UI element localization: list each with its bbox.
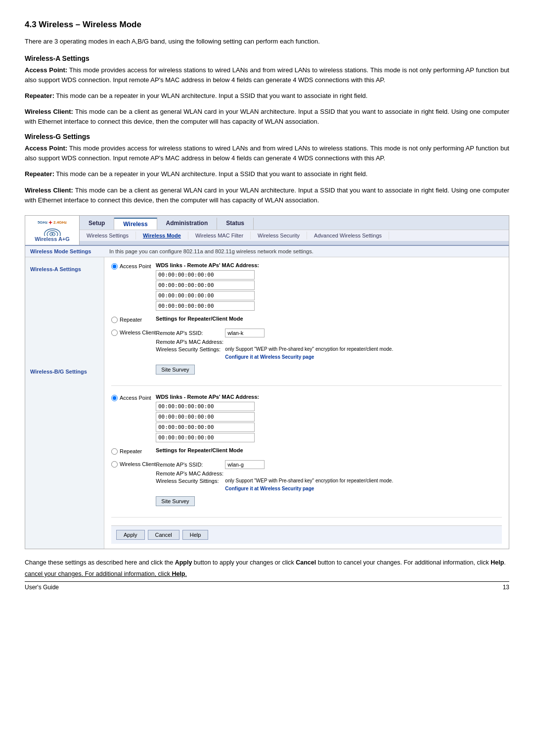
- ap-radio-row-a: Access Point WDS links - Remote APs' MAC…: [111, 262, 502, 312]
- wireless-g-section: Wireless-G Settings Access Point: This m…: [25, 133, 509, 205]
- g-ap-label: Access Point:: [25, 144, 67, 152]
- site-survey-btn-a[interactable]: Site Survey: [156, 365, 194, 375]
- apply-button[interactable]: Apply: [116, 530, 145, 540]
- repeater-radio-label-a[interactable]: Repeater: [111, 317, 156, 323]
- security-note2-a: Configure it at Wireless Security page: [225, 354, 502, 361]
- nav-tabs-container: Setup Wireless Administration Status Wir…: [80, 216, 509, 245]
- repeater-radio-label-bg[interactable]: Repeater: [111, 448, 156, 455]
- router-ui: 5GHz + 2.4GHz Wireless A+G Setup Wireles…: [25, 215, 509, 549]
- svg-point-3: [51, 233, 53, 235]
- g-client-label: Wireless Client:: [25, 187, 73, 194]
- wireless-a-heading: Wireless-A Settings: [25, 54, 509, 62]
- footer-left: User's Guide: [25, 584, 59, 591]
- security-row-bg: Wireless Security Sittings: only Support…: [156, 478, 502, 484]
- wireless-a-repeater-text: Repeater: This mode can be a repeater in…: [25, 91, 509, 101]
- ssid-row-a: Remote AP's SSID:: [156, 329, 502, 337]
- mac-input-a-4[interactable]: [156, 301, 255, 311]
- security-note2-bg: Configure it at Wireless Security page: [225, 485, 502, 492]
- ap-radio-label-bg[interactable]: Access Point: [111, 395, 156, 401]
- repeater-section-title-bg: Settings for Repeater/Client Mode: [156, 447, 502, 453]
- logo-plus-icon: +: [48, 219, 52, 226]
- router-brand: Wireless A+G: [35, 236, 70, 242]
- repeater-radio-text-bg: Repeater: [120, 448, 142, 454]
- page-footer: User's Guide 13: [25, 581, 509, 591]
- nav-sub: Wireless Settings Wireless Mode Wireless…: [80, 230, 509, 241]
- mac-label-row-bg: Remote AP's MAC Address:: [156, 471, 502, 476]
- client-radio-label-bg[interactable]: Wireless Client: [111, 461, 156, 468]
- mac-addr-label-bg: Remote AP's MAC Address:: [156, 471, 225, 476]
- client-radio-text-a: Wireless Client: [120, 330, 156, 335]
- sidebar-label-bg: Wireless-B/G Settings: [30, 369, 87, 375]
- wds-title-a: WDS links - Remote APs' MAC Address:: [156, 262, 502, 268]
- wireless-g-heading: Wireless-G Settings: [25, 133, 509, 141]
- site-survey-btn-bg[interactable]: Site Survey: [156, 496, 194, 506]
- sidebar: Wireless-A Settings Wireless-B/G Setting…: [25, 257, 104, 549]
- ap-content-bg: WDS links - Remote APs' MAC Address:: [156, 394, 502, 443]
- wireless-g-repeater-text: Repeater: This mode can be a repeater in…: [25, 169, 509, 179]
- ap-radio-label-a[interactable]: Access Point: [111, 263, 156, 270]
- sub-mac-filter[interactable]: Wireless MAC Filter: [188, 232, 251, 239]
- repeater-radio-input-bg[interactable]: [111, 448, 118, 455]
- bottom-note: Change these settings as described here …: [25, 558, 509, 567]
- page-label-desc: In this page you can configure 802.11a a…: [109, 248, 313, 254]
- client-radio-text-bg: Wireless Client: [120, 461, 156, 467]
- client-radio-input-a[interactable]: [111, 330, 118, 336]
- repeater-radio-row-a: Repeater Settings for Repeater/Client Mo…: [111, 316, 502, 325]
- sub-wireless-mode[interactable]: Wireless Mode: [136, 232, 188, 239]
- ap-radio-input-bg[interactable]: [111, 395, 118, 401]
- sub-wireless-security[interactable]: Wireless Security: [251, 232, 307, 239]
- mac-input-bg-1[interactable]: [156, 402, 255, 411]
- logo-5ghz: 5GHz: [38, 220, 47, 225]
- sub-advanced-wireless[interactable]: Advanced Wireless Settings: [307, 232, 389, 239]
- help-button[interactable]: Help: [182, 530, 209, 540]
- mac-input-bg-3[interactable]: [156, 423, 255, 432]
- wireless-logo-icon: [44, 226, 61, 236]
- client-radio-row-bg: Wireless Client Remote AP's SSID: Remote…: [111, 460, 502, 506]
- repeater-label: Repeater:: [25, 92, 54, 99]
- sidebar-wireless-a: Wireless-A Settings: [25, 262, 104, 276]
- wireless-g-client-text: Wireless Client: This mode can be a clie…: [25, 186, 509, 205]
- page-label-row: Wireless Mode Settings In this page you …: [25, 246, 509, 257]
- ap-radio-input-a[interactable]: [111, 263, 118, 270]
- sidebar-label-a: Wireless-A Settings: [30, 266, 81, 272]
- main-content: Access Point WDS links - Remote APs' MAC…: [104, 257, 509, 549]
- wireless-a-client-text: Wireless Client: This mode can be a clie…: [25, 107, 509, 127]
- wds-title-bg: WDS links - Remote APs' MAC Address:: [156, 394, 502, 400]
- repeater-radio-input-a[interactable]: [111, 317, 118, 323]
- ap-content-a: WDS links - Remote APs' MAC Address:: [156, 262, 502, 312]
- settings-block-a: Access Point WDS links - Remote APs' MAC…: [111, 262, 502, 386]
- mac-input-bg-4[interactable]: [156, 433, 255, 442]
- security-row-a: Wireless Security Settings: only Support…: [156, 346, 502, 352]
- ssid-input-bg[interactable]: [225, 460, 265, 469]
- tab-wireless[interactable]: Wireless: [114, 218, 157, 230]
- ap-radio-row-bg: Access Point WDS links - Remote APs' MAC…: [111, 394, 502, 443]
- logo-24ghz: 2.4GHz: [53, 220, 67, 225]
- g-repeater-label: Repeater:: [25, 170, 54, 178]
- footer-right: 13: [503, 584, 509, 591]
- repeater-radio-row-bg: Repeater Settings for Repeater/Client Mo…: [111, 447, 502, 456]
- mac-input-a-2[interactable]: [156, 281, 255, 290]
- ap-label: Access Point:: [25, 66, 67, 74]
- client-radio-input-bg[interactable]: [111, 461, 118, 468]
- mac-input-bg-2[interactable]: [156, 412, 255, 422]
- repeater-section-title-a: Settings for Repeater/Client Mode: [156, 316, 502, 322]
- tab-setup[interactable]: Setup: [80, 218, 114, 230]
- wireless-a-ap-text: Access Point: This mode provides access …: [25, 65, 509, 85]
- security-note-bg: only Support "WEP with Pre-shared key" e…: [225, 478, 393, 483]
- sidebar-wireless-bg: Wireless-B/G Settings: [25, 365, 104, 378]
- tab-administration[interactable]: Administration: [157, 218, 218, 230]
- ssid-input-a[interactable]: [225, 329, 265, 337]
- tab-status[interactable]: Status: [217, 218, 254, 230]
- security-label-bg: Wireless Security Sittings:: [156, 478, 225, 484]
- mac-input-a-3[interactable]: [156, 291, 255, 300]
- mac-input-a-1[interactable]: [156, 270, 255, 280]
- router-header: 5GHz + 2.4GHz Wireless A+G Setup Wireles…: [25, 216, 509, 246]
- page-title: 4.3 Wireless – Wireless Mode: [25, 20, 509, 30]
- router-body: Wireless-A Settings Wireless-B/G Setting…: [25, 257, 509, 549]
- ap-radio-text-bg: Access Point: [120, 395, 151, 401]
- client-radio-label-a[interactable]: Wireless Client: [111, 330, 156, 336]
- sub-wireless-settings[interactable]: Wireless Settings: [80, 232, 136, 239]
- cancel-button[interactable]: Cancel: [148, 530, 179, 540]
- client-content-a: Remote AP's SSID: Remote AP's MAC Addres…: [156, 329, 502, 375]
- ssid-label-a: Remote AP's SSID:: [156, 330, 225, 336]
